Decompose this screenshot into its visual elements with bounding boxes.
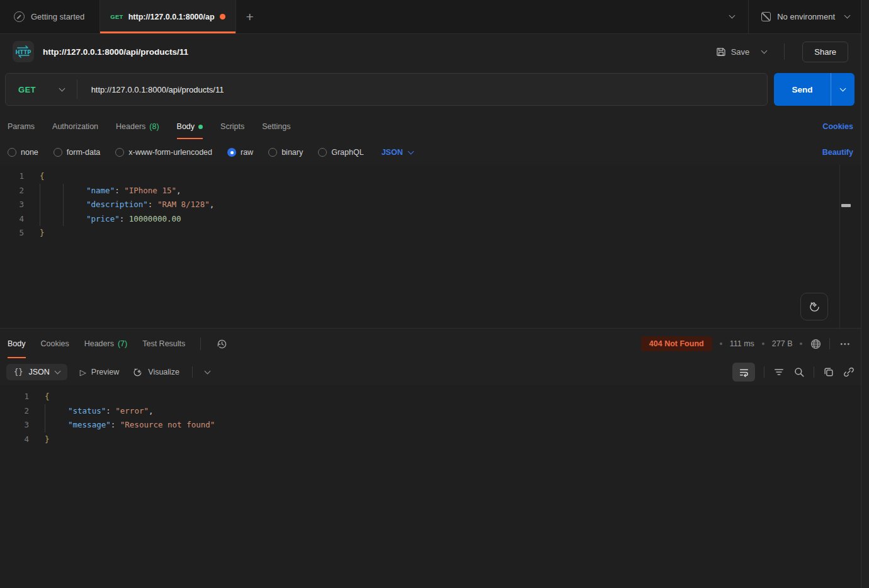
url-bar: GET: [5, 73, 768, 106]
mode-raw-label: raw: [241, 148, 253, 157]
mode-graphql[interactable]: GraphQL: [318, 148, 363, 157]
tab-scripts[interactable]: Scripts: [220, 113, 244, 140]
body-mode-row: none form-data x-www-form-urlencoded raw…: [0, 140, 861, 165]
response-meta: 404 Not Found 111 ms 277 B •••: [641, 329, 853, 359]
send-button[interactable]: Send: [774, 73, 831, 106]
unsaved-dot-icon: [220, 14, 225, 20]
copy-icon: [823, 366, 834, 378]
url-send-row: GET Send: [0, 69, 861, 113]
svg-text:HTTP: HTTP: [15, 49, 31, 55]
postbot-button[interactable]: [800, 293, 828, 320]
beautify-link[interactable]: Beautify: [822, 148, 853, 157]
response-tab-headers[interactable]: Headers (7): [84, 329, 128, 359]
response-body-code: 1{2"status": "error",3"message": "Resour…: [5, 390, 861, 446]
chevron-down-icon: [59, 85, 65, 91]
chevron-down-icon: [54, 368, 60, 374]
save-icon: [716, 47, 726, 57]
mode-none[interactable]: none: [8, 148, 38, 157]
tab-list-dropdown-button[interactable]: [716, 16, 748, 18]
request-body-editor[interactable]: 1{2"name": "IPhone 15",3"description": "…: [0, 165, 861, 328]
environment-label: No environment: [777, 12, 835, 21]
response-time[interactable]: 111 ms: [730, 339, 754, 348]
response-tab-cookies-label: Cookies: [41, 339, 69, 348]
save-options-chevron-icon[interactable]: [761, 47, 768, 54]
raw-type-dropdown[interactable]: JSON: [382, 148, 413, 157]
mode-graphql-label: GraphQL: [331, 148, 363, 157]
response-tab-headers-label: Headers: [84, 339, 114, 348]
postman-window: Getting started GET http://127.0.0.1:800…: [0, 0, 869, 588]
mode-form-data-label: form-data: [67, 148, 101, 157]
visualize-label: Visualize: [148, 368, 179, 376]
http-request-icon: HTTP: [13, 41, 34, 62]
editor-scrollbar-thumb[interactable]: [841, 204, 851, 207]
word-wrap-button[interactable]: [732, 363, 755, 382]
filter-button[interactable]: [773, 366, 785, 378]
view-options-chevron-icon[interactable]: [205, 368, 211, 374]
body-modified-dot-icon: [198, 125, 203, 129]
chevron-down-icon: [844, 13, 851, 19]
response-format-dropdown[interactable]: {} JSON: [6, 364, 67, 380]
mode-x-www-form-urlencoded[interactable]: x-www-form-urlencoded: [115, 148, 212, 157]
visualize-button[interactable]: Visualize: [132, 366, 179, 378]
network-info-button[interactable]: [810, 338, 822, 350]
new-tab-button[interactable]: +: [236, 0, 264, 33]
tab-request-url: http://127.0.0.1:8000/ap: [128, 13, 215, 21]
radio-icon: [8, 148, 16, 157]
link-button[interactable]: [843, 366, 855, 378]
environment-selector[interactable]: No environment: [748, 0, 861, 33]
tab-scripts-label: Scripts: [220, 122, 244, 131]
chevron-down-icon: [407, 148, 414, 154]
editor-scrollbar[interactable]: [839, 165, 852, 328]
right-sidebar-rail[interactable]: [861, 0, 869, 588]
visualize-icon: [132, 366, 143, 378]
method-dropdown[interactable]: GET: [6, 85, 77, 94]
tab-settings[interactable]: Settings: [262, 113, 290, 140]
mode-form-data[interactable]: form-data: [54, 148, 101, 157]
raw-type-label: JSON: [382, 148, 403, 157]
no-environment-icon: [761, 12, 771, 21]
response-toolbar: {} JSON ▷ Preview Visualize: [0, 359, 861, 385]
response-body-viewer[interactable]: 1{2"status": "error",3"message": "Resour…: [0, 385, 861, 588]
response-tab-test-results[interactable]: Test Results: [142, 329, 185, 359]
response-tab-body[interactable]: Body: [8, 329, 26, 359]
request-body-code: 1{2"name": "IPhone 15",3"description": "…: [0, 169, 861, 240]
response-tab-cookies[interactable]: Cookies: [41, 329, 69, 359]
radio-icon: [54, 148, 62, 157]
tab-body[interactable]: Body: [177, 113, 203, 140]
mode-binary-label: binary: [281, 148, 303, 157]
link-icon: [843, 366, 855, 378]
tab-authorization[interactable]: Authorization: [52, 113, 98, 140]
dot-separator-icon: [762, 342, 764, 345]
response-more-options-button[interactable]: •••: [838, 341, 853, 348]
mode-binary[interactable]: binary: [268, 148, 303, 157]
send-options-button[interactable]: [831, 73, 855, 106]
response-headers-count-badge: (7): [118, 339, 127, 348]
launchpad-icon: [14, 11, 25, 22]
word-wrap-icon: [739, 367, 749, 378]
tab-params[interactable]: Params: [8, 113, 35, 140]
cookies-link[interactable]: Cookies: [822, 122, 853, 131]
tab-getting-started[interactable]: Getting started: [0, 0, 99, 33]
mode-urlencoded-label: x-www-form-urlencoded: [128, 148, 212, 157]
dot-separator-icon: [800, 342, 802, 345]
preview-button[interactable]: ▷ Preview: [80, 368, 119, 377]
copy-button[interactable]: [823, 366, 834, 378]
response-tab-body-label: Body: [8, 339, 26, 348]
response-history-button[interactable]: [216, 338, 228, 350]
response-size[interactable]: 277 B: [772, 339, 793, 348]
history-icon: [216, 338, 228, 350]
share-button[interactable]: Share: [802, 42, 848, 62]
headers-count-badge: (8): [149, 122, 159, 131]
chevron-down-icon: [729, 13, 736, 19]
search-button[interactable]: [793, 366, 805, 378]
response-format-label: JSON: [28, 368, 49, 376]
tab-active-request[interactable]: GET http://127.0.0.1:8000/ap: [99, 0, 236, 33]
status-badge[interactable]: 404 Not Found: [641, 336, 712, 351]
mode-raw[interactable]: raw: [227, 148, 253, 157]
radio-selected-icon: [227, 148, 236, 157]
tab-headers[interactable]: Headers (8): [116, 113, 159, 140]
url-input[interactable]: [77, 85, 767, 94]
save-button[interactable]: Save: [716, 47, 750, 57]
search-icon: [793, 366, 805, 378]
radio-icon: [268, 148, 277, 157]
